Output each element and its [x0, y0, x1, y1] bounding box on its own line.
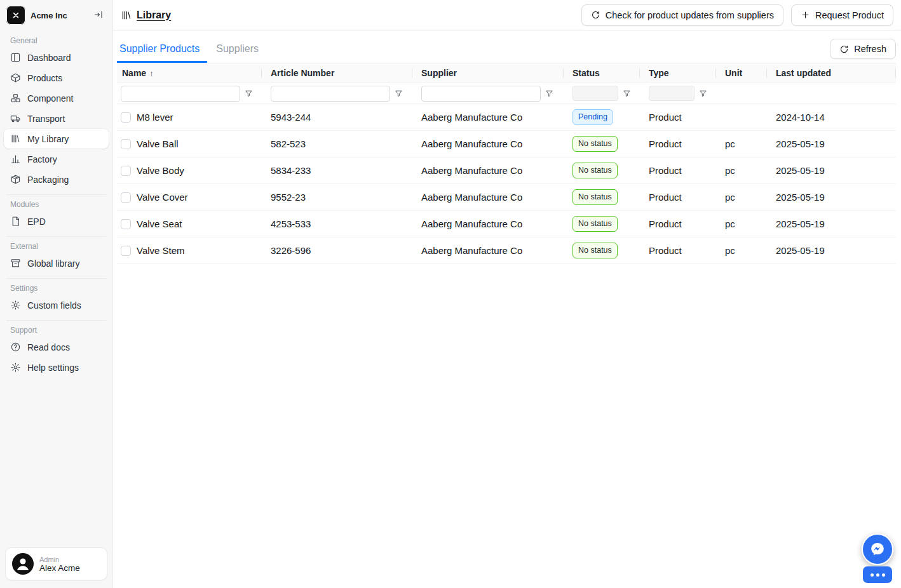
funnel-icon[interactable]	[244, 89, 254, 98]
sidebar-item-transport[interactable]: Transport	[4, 109, 109, 128]
row-checkbox[interactable]	[121, 192, 131, 203]
sync-icon	[591, 10, 600, 20]
column-header-type[interactable]: Type	[640, 63, 716, 83]
filter-cell-status	[564, 86, 640, 101]
column-header-name[interactable]: Name↑	[117, 63, 262, 83]
last-updated-cell: 2025-05-19	[767, 218, 896, 229]
funnel-icon[interactable]	[698, 89, 708, 98]
column-header-label: Article Number	[271, 68, 334, 78]
table-row[interactable]: Valve Body5834-233Aaberg Manufacture CoN…	[117, 157, 896, 184]
funnel-icon[interactable]	[545, 89, 554, 98]
refresh-button[interactable]: Refresh	[830, 39, 896, 59]
page-title-link[interactable]: Library	[121, 10, 171, 21]
table-row[interactable]: M8 lever5943-244Aaberg Manufacture CoPen…	[117, 104, 896, 131]
table-row[interactable]: Valve Cover9552-23Aaberg Manufacture CoN…	[117, 184, 896, 211]
filter-input-supplier[interactable]	[421, 86, 541, 102]
tab-suppliers[interactable]: Suppliers	[213, 38, 266, 63]
column-header-status[interactable]: Status	[564, 63, 640, 83]
last-updated-cell: 2025-05-19	[767, 192, 896, 203]
last-updated-cell: 2025-05-19	[767, 165, 896, 176]
column-header-article-number[interactable]: Article Number	[262, 63, 412, 83]
question-icon	[10, 342, 21, 352]
column-header-unit[interactable]: Unit	[716, 63, 767, 83]
supplier-cell: Aaberg Manufacture Co	[412, 112, 564, 123]
tabs: Supplier ProductsSuppliers	[117, 38, 273, 63]
product-name: Valve Cover	[137, 192, 188, 203]
table-row[interactable]: Valve Seat4253-533Aaberg Manufacture CoN…	[117, 211, 896, 237]
sidebar-item-label: Packaging	[27, 175, 69, 185]
product-name: Valve Stem	[137, 245, 185, 256]
name-cell: M8 lever	[117, 112, 262, 123]
section-label-settings: Settings	[10, 284, 112, 293]
main-area: Library Check for product updates from s…	[113, 0, 901, 588]
table-filter-row	[117, 83, 896, 104]
name-cell: Valve Stem	[117, 245, 262, 256]
messenger-chat-icon[interactable]	[862, 533, 893, 565]
table-row[interactable]: Valve Stem3226-596Aaberg Manufacture CoN…	[117, 237, 896, 264]
sidebar-item-component[interactable]: Component	[4, 88, 109, 108]
product-name: Valve Body	[137, 165, 184, 176]
sidebar-item-packaging[interactable]: Packaging	[4, 170, 109, 189]
sidebar-item-help-settings[interactable]: Help settings	[4, 357, 109, 377]
column-header-label: Type	[649, 68, 669, 78]
tab-supplier-products[interactable]: Supplier Products	[117, 38, 207, 63]
table-row[interactable]: Valve Ball582-523Aaberg Manufacture CoNo…	[117, 131, 896, 157]
sidebar-item-factory[interactable]: Factory	[4, 149, 109, 169]
product-name: M8 lever	[137, 112, 173, 123]
sidebar-item-products[interactable]: Products	[4, 68, 109, 88]
plus-icon	[801, 10, 810, 20]
sidebar-item-dashboard[interactable]: Dashboard	[4, 48, 109, 67]
row-checkbox[interactable]	[121, 166, 131, 176]
packaging-icon	[10, 174, 21, 185]
filter-input-name[interactable]	[121, 86, 240, 102]
sidebar-item-epd[interactable]: EPD	[4, 211, 109, 231]
article-number-cell: 582-523	[262, 138, 412, 149]
supplier-cell: Aaberg Manufacture Co	[412, 245, 564, 256]
check-updates-label: Check for product updates from suppliers	[606, 10, 774, 20]
sidebar-item-label: Dashboard	[27, 53, 71, 63]
column-header-last-updated[interactable]: Last updated	[767, 63, 896, 83]
sidebar-item-custom-fields[interactable]: Custom fields	[4, 295, 109, 315]
library-icon	[121, 10, 132, 21]
sidebar-item-my-library[interactable]: My Library	[4, 129, 109, 149]
funnel-icon[interactable]	[622, 89, 632, 98]
filter-input-article-number[interactable]	[271, 86, 390, 102]
sidebar-item-read-docs[interactable]: Read docs	[4, 337, 109, 357]
status-badge: No status	[572, 216, 618, 232]
topbar: Library Check for product updates from s…	[113, 0, 901, 30]
collapse-sidebar-icon[interactable]	[92, 8, 105, 23]
filter-select-status[interactable]	[572, 86, 618, 101]
sidebar-header: Acme Inc	[0, 0, 112, 30]
filter-cell-name	[117, 86, 262, 102]
row-checkbox[interactable]	[121, 246, 131, 256]
row-checkbox[interactable]	[121, 139, 131, 149]
dots-icon[interactable]	[863, 566, 892, 583]
supplier-cell: Aaberg Manufacture Co	[412, 165, 564, 176]
factory-icon	[10, 154, 21, 164]
funnel-icon[interactable]	[394, 89, 403, 98]
topbar-actions: Check for product updates from suppliers…	[581, 4, 893, 26]
sidebar-item-label: Factory	[27, 154, 57, 164]
sidebar-item-label: EPD	[27, 217, 46, 227]
component-icon	[10, 93, 21, 104]
type-cell: Product	[640, 112, 716, 123]
row-checkbox[interactable]	[121, 219, 131, 229]
request-product-label: Request Product	[815, 10, 884, 20]
column-header-label: Unit	[725, 68, 742, 78]
column-header-label: Status	[572, 68, 600, 78]
status-cell: No status	[564, 189, 640, 205]
status-badge: No status	[572, 136, 618, 152]
status-badge: Pending	[572, 109, 613, 125]
name-cell: Valve Seat	[117, 218, 262, 229]
filter-select-type[interactable]	[649, 86, 694, 101]
sidebar-item-global-library[interactable]: Global library	[4, 253, 109, 273]
row-checkbox[interactable]	[121, 112, 131, 123]
type-cell: Product	[640, 165, 716, 176]
column-header-supplier[interactable]: Supplier	[412, 63, 564, 83]
request-product-button[interactable]: Request Product	[791, 4, 893, 26]
sidebar-item-label: Products	[27, 73, 62, 83]
user-card[interactable]: Admin Alex Acme	[5, 547, 107, 580]
content-area: Supplier ProductsSuppliers Refresh Name↑…	[113, 30, 901, 588]
check-updates-button[interactable]: Check for product updates from suppliers	[581, 4, 783, 26]
status-cell: No status	[564, 163, 640, 178]
